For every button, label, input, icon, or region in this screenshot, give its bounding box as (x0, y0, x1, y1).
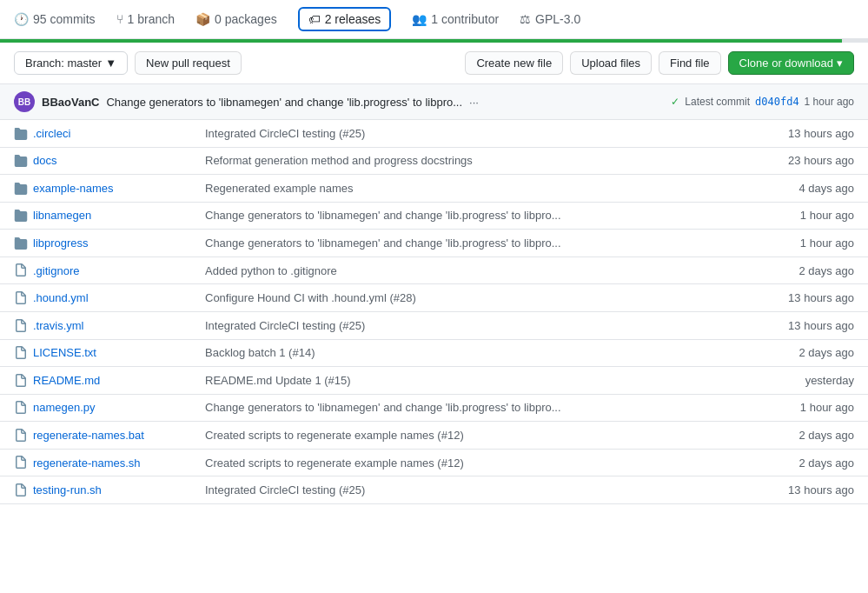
table-row: libprogress Change generators to 'libnam… (0, 230, 868, 257)
file-commit: Integrated CircleCI testing (#25) (191, 311, 735, 339)
file-time: 2 days ago (735, 339, 868, 367)
commit-right: ✓ Latest commit d040fd4 1 hour ago (671, 96, 854, 108)
repo-nav: 🕐 95 commits ⑂ 1 branch 📦 0 packages 🏷 2… (0, 0, 868, 39)
file-table: .circleci Integrated CircleCI testing (#… (0, 120, 868, 504)
folder-icon (14, 236, 33, 250)
file-link[interactable]: .hound.yml (33, 291, 89, 304)
file-name-cell: .circleci (14, 126, 177, 141)
upload-files-label: Upload files (581, 57, 640, 70)
file-time: 13 hours ago (735, 311, 868, 339)
file-link[interactable]: libprogress (33, 237, 89, 250)
nav-releases[interactable]: 🏷 2 releases (298, 7, 392, 31)
commit-author[interactable]: BBaoVanC (42, 96, 99, 109)
commit-dots[interactable]: ··· (469, 96, 479, 109)
file-link[interactable]: LICENSE.txt (33, 346, 96, 359)
file-commit: Reformat generation method and progress … (191, 147, 735, 175)
file-time: 2 days ago (735, 257, 868, 284)
nav-branches[interactable]: ⑂ 1 branch (116, 7, 175, 31)
table-row: LICENSE.txt Backlog batch 1 (#14) 2 days… (0, 339, 868, 367)
file-commit: Backlog batch 1 (#14) (191, 339, 735, 367)
nav-license[interactable]: ⚖ GPL-3.0 (520, 7, 580, 31)
file-icon (14, 263, 33, 278)
file-commit: Change generators to 'libnamegen' and ch… (191, 230, 735, 257)
table-row: example-names Regenerated example names … (0, 175, 868, 203)
file-commit: Integrated CircleCI testing (#25) (191, 476, 735, 504)
license-label: GPL-3.0 (535, 12, 580, 26)
table-row: .gitignore Added python to .gitignore 2 … (0, 257, 868, 284)
folder-icon (14, 181, 33, 196)
file-link[interactable]: .gitignore (33, 264, 79, 277)
toolbar-right: Create new file Upload files Find file C… (465, 51, 854, 75)
file-time: 13 hours ago (735, 284, 868, 312)
file-link[interactable]: libnamegen (33, 209, 91, 222)
file-name-cell: regenerate-names.sh (14, 456, 177, 470)
nav-commits[interactable]: 🕐 95 commits (14, 7, 96, 31)
file-link[interactable]: regenerate-names.bat (33, 429, 144, 442)
file-link[interactable]: docs (33, 154, 56, 167)
commits-icon: 🕐 (14, 12, 29, 26)
file-time: 23 hours ago (735, 147, 868, 175)
find-file-label: Find file (670, 57, 710, 70)
file-link[interactable]: example-names (33, 182, 114, 195)
packages-icon: 📦 (195, 12, 210, 26)
progress-bar-fill (0, 39, 842, 43)
file-icon (14, 401, 33, 416)
find-file-button[interactable]: Find file (659, 51, 721, 75)
file-name-cell: README.md (14, 373, 177, 388)
file-commit: Change generators to 'libnamegen' and ch… (191, 394, 735, 422)
file-link[interactable]: .travis.yml (33, 319, 84, 332)
releases-label: 2 releases (325, 12, 381, 26)
file-icon (14, 373, 33, 388)
file-name-cell: libnamegen (14, 209, 177, 223)
file-name-cell: namegen.py (14, 401, 177, 416)
file-time: 1 hour ago (735, 230, 868, 257)
create-file-label: Create new file (476, 57, 552, 70)
file-time: 13 hours ago (735, 476, 868, 504)
file-icon (14, 428, 33, 443)
create-file-button[interactable]: Create new file (465, 51, 563, 75)
commit-time: 1 hour ago (805, 96, 854, 108)
file-link[interactable]: README.md (33, 374, 100, 387)
file-commit: Created scripts to regenerate example na… (191, 449, 735, 476)
file-commit: Created scripts to regenerate example na… (191, 422, 735, 450)
latest-commit-label: Latest commit (685, 96, 750, 108)
clone-dropdown-icon: ▾ (837, 57, 843, 70)
table-row: libnamegen Change generators to 'libname… (0, 202, 868, 230)
file-time: 13 hours ago (735, 120, 868, 147)
file-icon (14, 483, 33, 497)
file-commit: Integrated CircleCI testing (#25) (191, 120, 735, 147)
file-commit: Change generators to 'libnamegen' and ch… (191, 202, 735, 230)
table-row: .circleci Integrated CircleCI testing (#… (0, 120, 868, 147)
upload-files-button[interactable]: Upload files (570, 51, 652, 75)
branch-button[interactable]: Branch: master ▼ (14, 51, 128, 75)
clone-button[interactable]: Clone or download ▾ (728, 51, 854, 75)
commit-check-icon: ✓ (671, 96, 679, 108)
branches-icon: ⑂ (116, 12, 123, 26)
folder-icon (14, 209, 33, 223)
file-icon (14, 290, 33, 305)
file-name-cell: LICENSE.txt (14, 346, 177, 361)
file-time: 2 days ago (735, 422, 868, 450)
file-link[interactable]: namegen.py (33, 401, 96, 414)
file-link[interactable]: testing-run.sh (33, 483, 102, 496)
table-row: README.md README.md Update 1 (#15) yeste… (0, 367, 868, 395)
commit-hash[interactable]: d040fd4 (755, 96, 799, 108)
license-icon: ⚖ (520, 12, 531, 26)
commits-label: 95 commits (33, 12, 96, 26)
nav-packages[interactable]: 📦 0 packages (195, 7, 277, 31)
file-name-cell: .hound.yml (14, 290, 177, 305)
branch-dropdown-icon: ▼ (105, 57, 116, 70)
file-link[interactable]: .circleci (33, 127, 70, 140)
file-commit: Added python to .gitignore (191, 257, 735, 284)
new-pr-button[interactable]: New pull request (135, 51, 242, 75)
file-icon (14, 456, 33, 470)
nav-contributors[interactable]: 👥 1 contributor (412, 7, 499, 31)
file-commit: Regenerated example names (191, 175, 735, 203)
table-row: .hound.yml Configure Hound CI with .houn… (0, 284, 868, 312)
avatar: BB (14, 91, 35, 112)
table-row: .travis.yml Integrated CircleCI testing … (0, 311, 868, 339)
file-time: 1 hour ago (735, 394, 868, 422)
file-link[interactable]: regenerate-names.sh (33, 456, 141, 470)
branches-label: 1 branch (128, 12, 175, 26)
packages-label: 0 packages (215, 12, 277, 26)
